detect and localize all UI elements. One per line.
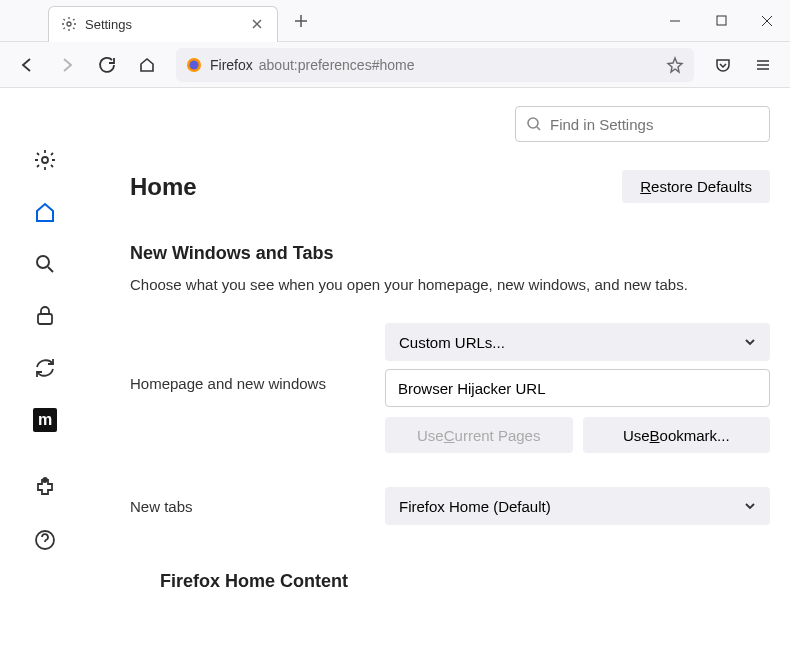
use-bookmark-button[interactable]: Use Bookmark...	[583, 417, 771, 453]
newtabs-label: New tabs	[130, 498, 385, 515]
newtabs-select-value: Firefox Home (Default)	[399, 498, 551, 515]
section-new-windows-title: New Windows and Tabs	[130, 243, 770, 264]
find-in-settings[interactable]	[515, 106, 770, 142]
url-bar[interactable]: Firefox about:preferences#home	[176, 48, 694, 82]
svg-point-3	[190, 60, 199, 69]
section-new-windows-desc: Choose what you see when you open your h…	[130, 274, 770, 295]
section-firefox-home-title: Firefox Home Content	[160, 571, 770, 592]
reload-button[interactable]	[90, 48, 124, 82]
window-close-button[interactable]	[744, 0, 790, 42]
sidebar-more-icon[interactable]: m	[33, 408, 57, 432]
homepage-select[interactable]: Custom URLs...	[385, 323, 770, 361]
newtabs-select[interactable]: Firefox Home (Default)	[385, 487, 770, 525]
svg-point-4	[42, 157, 48, 163]
page-title: Home	[130, 173, 197, 201]
back-button[interactable]	[10, 48, 44, 82]
urlbar-prefix: Firefox	[210, 57, 253, 73]
urlbar-text: about:preferences#home	[259, 57, 666, 73]
close-tab-icon[interactable]	[249, 16, 265, 32]
bookmark-star-icon[interactable]	[666, 56, 684, 74]
window-maximize-button[interactable]	[698, 0, 744, 42]
sidebar-home-icon[interactable]	[33, 200, 57, 224]
use-current-pages-button: Use Current Pages	[385, 417, 573, 453]
sidebar-extensions-icon[interactable]	[33, 476, 57, 500]
sidebar-search-icon[interactable]	[33, 252, 57, 276]
home-button[interactable]	[130, 48, 164, 82]
tab-title: Settings	[85, 17, 249, 32]
hamburger-menu-icon[interactable]	[746, 48, 780, 82]
window-minimize-button[interactable]	[652, 0, 698, 42]
svg-rect-1	[717, 16, 726, 25]
restore-defaults-button[interactable]: RRestore Defaultsestore Defaults	[622, 170, 770, 203]
chevron-down-icon	[744, 500, 756, 512]
svg-point-0	[67, 22, 71, 26]
find-input[interactable]	[550, 116, 759, 133]
svg-point-9	[528, 118, 538, 128]
homepage-url-input[interactable]	[385, 369, 770, 407]
gear-icon	[61, 16, 77, 32]
browser-tab[interactable]: Settings	[48, 6, 278, 42]
sidebar-help-icon[interactable]	[33, 528, 57, 552]
new-tab-button[interactable]	[286, 6, 316, 36]
firefox-icon	[186, 57, 202, 73]
sidebar-general-icon[interactable]	[33, 148, 57, 172]
forward-button	[50, 48, 84, 82]
chevron-down-icon	[744, 336, 756, 348]
svg-rect-6	[38, 314, 52, 324]
sidebar-sync-icon[interactable]	[33, 356, 57, 380]
svg-point-5	[37, 256, 49, 268]
homepage-select-value: Custom URLs...	[399, 334, 505, 351]
sidebar-privacy-icon[interactable]	[33, 304, 57, 328]
search-icon	[526, 116, 542, 132]
pocket-icon[interactable]	[706, 48, 740, 82]
homepage-label: Homepage and new windows	[130, 323, 385, 392]
